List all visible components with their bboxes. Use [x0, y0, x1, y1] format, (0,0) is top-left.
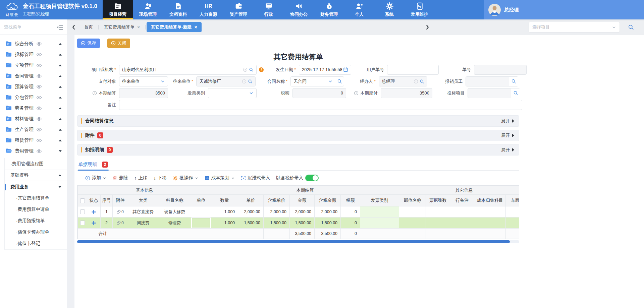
- cell-price-incl-tax[interactable]: 1,500.00: [264, 218, 290, 229]
- project-select[interactable]: 选择项目: [529, 22, 620, 33]
- cell-cost-subject[interactable]: [474, 218, 506, 229]
- chevron-up-icon[interactable]: [59, 107, 62, 109]
- section-expand-button[interactable]: 展开: [501, 147, 514, 153]
- nav-item-3[interactable]: HR人力资源: [193, 0, 223, 19]
- sidebar-subitem-2[interactable]: 费用业务: [5, 181, 67, 192]
- plus-status-icon[interactable]: [92, 221, 96, 225]
- field-number-disabled[interactable]: 0: [292, 88, 346, 98]
- sidebar-subitem-4[interactable]: · 费用预算申请单: [5, 204, 67, 215]
- sidebar-item-6[interactable]: 劳务管理: [0, 103, 67, 113]
- search-icon[interactable]: [513, 90, 518, 96]
- sidebar-subitem-3[interactable]: · 其它费用结算单: [5, 192, 67, 204]
- tab-0[interactable]: 首页: [80, 22, 97, 32]
- row-checkbox[interactable]: [80, 221, 85, 225]
- sidebar-item-7[interactable]: 材料管理: [0, 114, 67, 124]
- sidebar-item-9[interactable]: 租赁管理: [0, 135, 67, 145]
- tabs-chevron-right-icon[interactable]: [426, 24, 429, 30]
- row-checkbox[interactable]: [80, 209, 85, 214]
- cell-category[interactable]: 其它直接费: [128, 206, 158, 218]
- search-segment[interactable]: [511, 88, 520, 98]
- cell-select[interactable]: [78, 206, 87, 218]
- chevron-up-icon[interactable]: [59, 54, 62, 56]
- chevron-down-icon[interactable]: [58, 186, 61, 188]
- eye-icon[interactable]: [36, 106, 42, 110]
- cell-part-name[interactable]: [399, 206, 426, 218]
- eye-icon[interactable]: [36, 74, 42, 78]
- sidebar-item-8[interactable]: 生产管理: [0, 124, 67, 135]
- cell-unit[interactable]: [191, 206, 211, 218]
- toolbar-plus-circle-button[interactable]: 添加: [85, 175, 106, 181]
- nav-item-4[interactable]: 资产管理: [223, 0, 254, 19]
- clear-icon[interactable]: [414, 79, 418, 84]
- field-lookup[interactable]: 总经理: [379, 76, 427, 86]
- cell-attachment[interactable]: 0: [113, 206, 128, 218]
- cell-invoice-type[interactable]: [360, 206, 399, 218]
- chevron-up-icon[interactable]: [59, 86, 62, 88]
- cell-amount-incl-tax[interactable]: 2,000.00: [315, 206, 341, 218]
- user-avatar[interactable]: [488, 4, 501, 16]
- search-segment[interactable]: [509, 77, 518, 86]
- cell-category[interactable]: 间接费: [128, 218, 158, 229]
- paperclip-icon[interactable]: [117, 221, 121, 225]
- eye-icon[interactable]: [36, 85, 42, 89]
- eye-icon[interactable]: [36, 96, 42, 100]
- nav-item-8[interactable]: 个人: [344, 0, 374, 19]
- sidebar-item-5[interactable]: 分包管理: [0, 92, 67, 103]
- chevron-up-icon[interactable]: [59, 64, 62, 66]
- chevron-up-icon[interactable]: [59, 129, 62, 131]
- tab-close-icon[interactable]: ×: [137, 25, 140, 29]
- nav-item-5[interactable]: 行政: [254, 0, 284, 19]
- field-disabled[interactable]: [474, 65, 527, 75]
- field-lookup[interactable]: 天诚汽修厂: [196, 76, 256, 86]
- nav-item-2[interactable]: 文档资料: [163, 0, 193, 19]
- cell-qty[interactable]: 1.000: [211, 218, 238, 229]
- nav-item-10[interactable]: 常用维护: [405, 0, 435, 19]
- sidebar-subitem-0[interactable]: · 费用管理流程图: [5, 158, 67, 170]
- menu-search-input[interactable]: [4, 22, 54, 32]
- chevron-down-icon[interactable]: [249, 91, 254, 96]
- section-expand-button[interactable]: 展开: [501, 118, 514, 124]
- search-icon[interactable]: [249, 67, 254, 72]
- cell-seq[interactable]: 1: [101, 206, 113, 218]
- cell-price-incl-tax[interactable]: 2,000.00: [264, 206, 290, 218]
- tax-included-toggle[interactable]: [305, 175, 319, 181]
- field-number-disabled[interactable]: 3500: [119, 88, 168, 98]
- select-all-checkbox[interactable]: [80, 198, 85, 203]
- cell-attachment[interactable]: 0: [113, 218, 128, 229]
- field-select-search[interactable]: 无合同: [290, 76, 344, 86]
- chevron-down-icon[interactable]: [160, 79, 165, 84]
- cell-row-remark[interactable]: [450, 206, 474, 218]
- field-text[interactable]: [387, 65, 439, 75]
- nav-item-0[interactable]: 项目经营: [103, 0, 133, 19]
- plus-status-icon[interactable]: [92, 210, 96, 214]
- cell-plate-number[interactable]: [506, 206, 519, 218]
- cell-tax[interactable]: 0: [341, 218, 360, 229]
- nav-item-7[interactable]: ¥财务管理: [314, 0, 344, 19]
- close-button[interactable]: 关闭: [107, 39, 130, 48]
- cell-row-remark[interactable]: [450, 218, 474, 229]
- tab-close-icon[interactable]: ×: [195, 25, 197, 29]
- sidebar-item-10[interactable]: 费用管理: [0, 146, 67, 156]
- project-search-icon[interactable]: [628, 24, 634, 30]
- cell-unit[interactable]: [191, 218, 211, 229]
- field-search-disabled[interactable]: [468, 88, 520, 98]
- eye-icon[interactable]: [36, 42, 42, 46]
- toolbar-arrow-up-button[interactable]: ↑上移: [134, 175, 148, 181]
- chevron-up-icon[interactable]: [59, 75, 62, 77]
- field-select[interactable]: [208, 88, 257, 98]
- cell-status[interactable]: [87, 218, 101, 229]
- nav-item-1[interactable]: 现场管理: [133, 0, 163, 19]
- save-button[interactable]: 保存: [77, 39, 100, 48]
- cell-qty[interactable]: 1.000: [211, 206, 238, 218]
- paperclip-icon[interactable]: [117, 209, 121, 214]
- chevron-down-icon[interactable]: [328, 79, 333, 84]
- horizontal-scrollbar-thumb[interactable]: [77, 240, 510, 243]
- toolbar-immersive-button[interactable]: 沉浸式录入: [241, 175, 270, 181]
- sidebar-item-1[interactable]: 投标管理: [0, 49, 67, 60]
- user-panel[interactable]: 总经理: [484, 0, 644, 19]
- tabs-chevron-left-icon[interactable]: [72, 24, 75, 30]
- tab-1[interactable]: 其它费用结算单×: [100, 22, 144, 32]
- field-number-disabled[interactable]: 3500: [381, 88, 432, 98]
- cell-subject[interactable]: 设备大修费: [158, 206, 191, 218]
- cell-price[interactable]: 2,000.00: [238, 206, 264, 218]
